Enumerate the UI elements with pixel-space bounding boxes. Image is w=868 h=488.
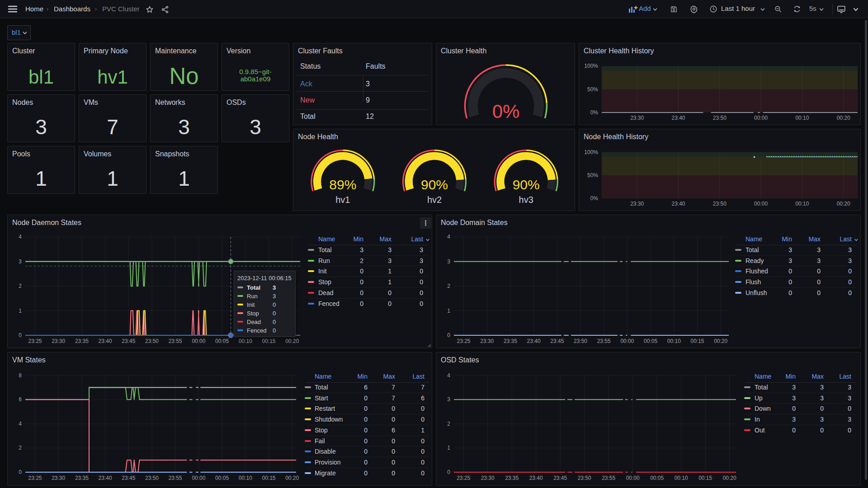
svg-text:23:50: 23:50 (713, 115, 726, 121)
svg-text:50%: 50% (587, 86, 598, 93)
svg-text:00:00: 00:00 (754, 201, 768, 207)
svg-text:00:10: 00:10 (795, 201, 809, 207)
svg-text:100%: 100% (584, 63, 598, 69)
svg-text:hv3: hv3 (519, 195, 533, 205)
svg-text:23:30: 23:30 (630, 115, 644, 121)
svg-text:0%: 0% (590, 195, 599, 202)
svg-text:23:40: 23:40 (671, 115, 685, 121)
svg-text:00:00: 00:00 (754, 115, 768, 121)
svg-text:50%: 50% (587, 172, 598, 178)
svg-text:00:10: 00:10 (795, 115, 809, 121)
svg-text:hv2: hv2 (427, 195, 442, 205)
svg-text:23:50: 23:50 (713, 201, 726, 207)
svg-text:90%: 90% (513, 177, 540, 192)
svg-text:23:40: 23:40 (671, 201, 685, 207)
svg-text:hv1: hv1 (335, 195, 350, 205)
svg-text:23:30: 23:30 (630, 201, 644, 207)
svg-text:0%: 0% (590, 109, 599, 116)
svg-text:89%: 89% (329, 177, 356, 192)
svg-text:0%: 0% (492, 101, 520, 122)
svg-text:00:20: 00:20 (837, 115, 850, 121)
svg-text:00:20: 00:20 (837, 201, 850, 207)
svg-text:100%: 100% (584, 149, 598, 155)
svg-text:90%: 90% (421, 177, 448, 192)
